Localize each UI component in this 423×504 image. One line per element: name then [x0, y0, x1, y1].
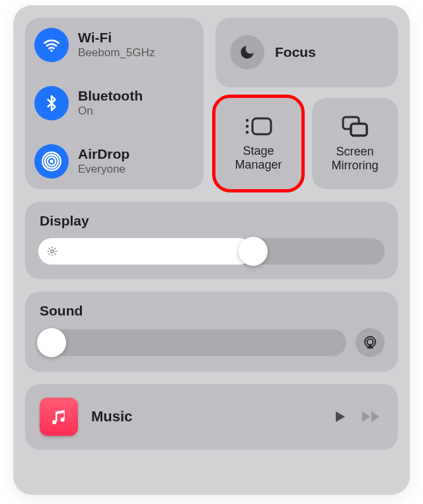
control-center-panel: Wi-Fi Beebom_5GHz Bluetooth On	[13, 5, 410, 495]
bluetooth-icon	[34, 86, 69, 120]
stage-manager-icon	[243, 115, 274, 138]
display-brightness-slider[interactable]	[38, 238, 385, 265]
sound-volume-slider[interactable]	[38, 329, 346, 356]
wifi-icon	[34, 28, 69, 62]
svg-point-12	[51, 250, 54, 253]
stage-manager-label: Stage Manager	[235, 144, 282, 171]
screen-mirroring-label: Screen Mirroring	[331, 145, 378, 172]
display-title: Display	[40, 213, 385, 229]
display-tile: Display	[25, 201, 398, 279]
next-track-button[interactable]	[361, 409, 383, 425]
airplay-audio-button[interactable]	[356, 328, 385, 357]
now-playing-tile[interactable]: Music	[25, 384, 398, 450]
bluetooth-subtitle: On	[78, 105, 143, 118]
sound-tile: Sound	[25, 291, 398, 372]
wifi-subtitle: Beebom_5GHz	[78, 46, 155, 60]
svg-rect-8	[252, 118, 271, 134]
airdrop-title: AirDrop	[78, 147, 130, 161]
wifi-toggle[interactable]: Wi-Fi Beebom_5GHz	[34, 28, 194, 62]
sound-title: Sound	[40, 303, 385, 319]
music-app-icon	[40, 398, 78, 436]
svg-point-0	[50, 50, 52, 52]
wifi-title: Wi-Fi	[78, 30, 155, 45]
screen-mirroring-icon	[340, 114, 369, 138]
stage-manager-button[interactable]: Stage Manager	[215, 98, 301, 189]
moon-icon	[230, 35, 264, 69]
svg-point-1	[50, 159, 54, 163]
svg-point-6	[246, 125, 249, 128]
focus-title: Focus	[275, 45, 316, 60]
airdrop-icon	[34, 144, 69, 179]
connectivity-tile: Wi-Fi Beebom_5GHz Bluetooth On	[25, 17, 204, 189]
airdrop-subtitle: Everyone	[78, 163, 130, 176]
now-playing-title: Music	[91, 408, 319, 425]
bluetooth-toggle[interactable]: Bluetooth On	[34, 86, 194, 120]
svg-rect-10	[351, 124, 367, 136]
focus-toggle[interactable]: Focus	[215, 17, 398, 87]
bluetooth-title: Bluetooth	[78, 89, 143, 103]
play-button[interactable]	[332, 409, 348, 425]
screen-mirroring-button[interactable]: Screen Mirroring	[312, 98, 398, 189]
svg-point-5	[246, 119, 249, 122]
brightness-low-icon	[46, 245, 58, 257]
airdrop-toggle[interactable]: AirDrop Everyone	[34, 144, 194, 179]
airplay-icon	[362, 335, 378, 351]
svg-point-7	[246, 131, 249, 134]
